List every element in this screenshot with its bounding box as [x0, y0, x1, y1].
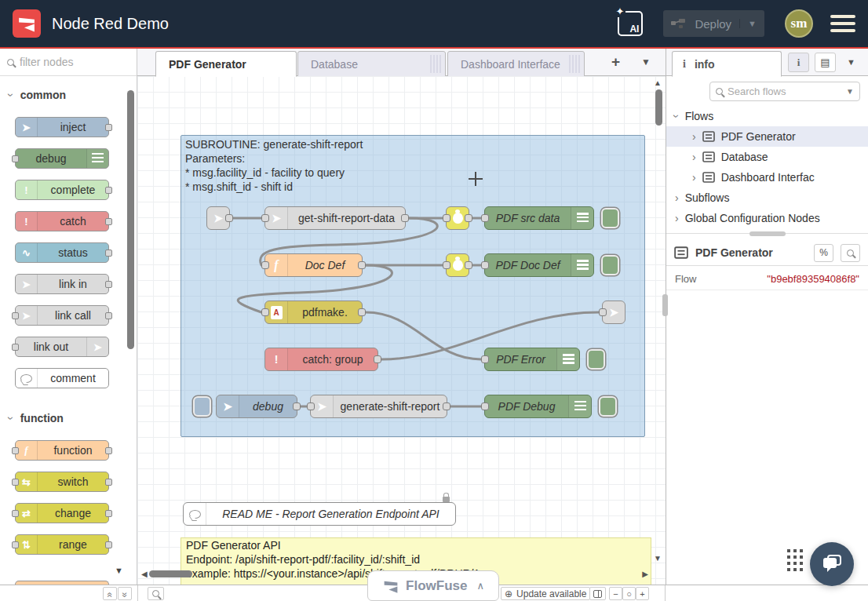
- input-port[interactable]: [443, 261, 450, 269]
- input-port[interactable]: [261, 308, 269, 316]
- search-caret-icon[interactable]: ▼: [846, 87, 854, 96]
- canvas-scroll-left-icon[interactable]: ◀: [141, 570, 148, 578]
- input-port[interactable]: [443, 214, 450, 222]
- tree-item-dashboard-interface[interactable]: › Dashboard Interfac: [666, 167, 868, 188]
- input-port[interactable]: [12, 510, 19, 517]
- node-pdf-src-data[interactable]: PDF src data: [484, 206, 594, 230]
- main-menu-button[interactable]: [830, 15, 855, 32]
- canvas-vertical-scrollbar[interactable]: [655, 89, 662, 126]
- palette-node-status[interactable]: ∿ status: [15, 242, 109, 263]
- palette-scrollbar[interactable]: [127, 90, 134, 349]
- output-port[interactable]: [105, 510, 112, 517]
- splitter-grip[interactable]: [749, 231, 786, 236]
- palette-category-common[interactable]: › common: [0, 76, 137, 106]
- navigator-button[interactable]: [589, 587, 606, 600]
- output-port[interactable]: [105, 447, 112, 454]
- flowfuse-badge[interactable]: FlowFuse ∧: [367, 570, 499, 601]
- canvas-scroll-right-icon[interactable]: ▶: [642, 570, 648, 578]
- palette-node-complete[interactable]: ! complete: [15, 180, 109, 200]
- output-port[interactable]: [105, 187, 112, 194]
- tree-global-config[interactable]: › Global Configuration Nodes: [666, 208, 868, 228]
- node-link-out[interactable]: ➤: [602, 300, 625, 324]
- input-port[interactable]: [481, 261, 489, 269]
- flow-list-caret-icon[interactable]: ▼: [641, 56, 651, 67]
- input-port[interactable]: [12, 312, 19, 319]
- tab-dashboard-interface[interactable]: Dashboard Interface: [447, 51, 585, 77]
- palette-node-range[interactable]: ⇅ range: [15, 534, 109, 555]
- palette-node-link-out[interactable]: link out ➤: [15, 337, 109, 357]
- deploy-button[interactable]: Deploy ▼: [663, 10, 764, 37]
- input-port[interactable]: [12, 479, 19, 486]
- node-pdf-error[interactable]: PDF Error: [484, 348, 580, 371]
- update-available-button[interactable]: ⊕ Update available: [501, 587, 590, 600]
- output-port[interactable]: [465, 261, 472, 269]
- palette-node-switch[interactable]: ⇆ switch: [15, 472, 109, 492]
- zoom-out-button[interactable]: −: [609, 587, 622, 600]
- output-port[interactable]: [401, 214, 409, 222]
- input-port[interactable]: [599, 308, 607, 316]
- zoom-reset-button[interactable]: ○: [622, 587, 636, 600]
- palette-node-link-in[interactable]: ➤ link in: [15, 274, 109, 294]
- deploy-caret-icon[interactable]: ▼: [739, 19, 757, 28]
- input-port[interactable]: [12, 447, 19, 454]
- sidebar-menu-caret-icon[interactable]: ▼: [847, 57, 855, 67]
- node-doc-def[interactable]: f Doc Def: [264, 253, 363, 277]
- output-port[interactable]: [443, 402, 450, 410]
- output-port[interactable]: [465, 214, 472, 222]
- output-port[interactable]: [105, 541, 112, 548]
- palette-node-change[interactable]: ⇄ change: [15, 503, 109, 523]
- node-pdfmake[interactable]: A pdfmake.: [264, 300, 363, 324]
- detail-value[interactable]: "b9ebf893594086f8": [741, 266, 868, 290]
- expand-all-button[interactable]: »: [118, 587, 132, 600]
- palette-node-comment[interactable]: comment: [15, 368, 109, 388]
- node-generate-shift-report[interactable]: ➤ generate-shift-report: [310, 395, 447, 418]
- palette-node-inject[interactable]: ➤ inject: [15, 117, 109, 137]
- flow-canvas[interactable]: SUBROUTINE: generate-shift-report Parame…: [137, 76, 666, 585]
- chat-button[interactable]: [810, 542, 854, 586]
- tab-pdf-generator[interactable]: PDF Generator: [155, 51, 297, 77]
- filter-nodes-input[interactable]: [20, 56, 122, 68]
- node-pdf-doc-def[interactable]: PDF Doc Def: [484, 253, 594, 277]
- tree-flows[interactable]: › Flows: [666, 106, 868, 126]
- palette-category-function[interactable]: › function: [0, 399, 137, 429]
- input-port[interactable]: [12, 155, 19, 162]
- help-panel-button[interactable]: ▤: [815, 53, 836, 72]
- node-readme-comment[interactable]: READ ME - Report Generation Endpoint API: [183, 502, 456, 526]
- collapse-all-button[interactable]: «: [103, 587, 117, 600]
- palette-node-catch[interactable]: ! catch: [15, 211, 109, 231]
- output-port[interactable]: [358, 261, 366, 269]
- add-flow-button[interactable]: +: [611, 53, 620, 71]
- input-port[interactable]: [261, 261, 269, 269]
- node-catch-group[interactable]: ! catch: group: [264, 348, 378, 371]
- tree-item-database[interactable]: › Database: [666, 147, 868, 167]
- input-port[interactable]: [307, 402, 315, 410]
- collapse-caret-icon[interactable]: ∧: [476, 580, 484, 592]
- output-port[interactable]: [293, 402, 301, 410]
- inject-button[interactable]: [193, 396, 211, 417]
- zoom-in-button[interactable]: +: [636, 587, 649, 600]
- search-flows-footer-button[interactable]: [148, 587, 164, 600]
- node-debug-bug-1[interactable]: [446, 206, 469, 230]
- output-port[interactable]: [105, 218, 112, 225]
- copy-link-button[interactable]: %: [814, 244, 833, 262]
- output-port[interactable]: [105, 281, 112, 288]
- search-flows-input[interactable]: [728, 86, 830, 97]
- canvas-scroll-down-icon[interactable]: ▼: [654, 554, 662, 563]
- node-debug-bug-2[interactable]: [446, 253, 469, 277]
- output-port[interactable]: [225, 214, 233, 222]
- output-port[interactable]: [105, 250, 112, 257]
- tab-database[interactable]: Database: [297, 51, 446, 77]
- input-port[interactable]: [261, 214, 269, 222]
- debug-toggle-button[interactable]: [587, 349, 605, 370]
- debug-toggle-button[interactable]: [601, 208, 619, 228]
- ai-assistant-button[interactable]: ✦ AI: [618, 11, 643, 36]
- user-avatar[interactable]: sm: [785, 9, 813, 38]
- palette-node-debug[interactable]: debug: [15, 148, 109, 169]
- tree-subflows[interactable]: › Subflows: [666, 188, 868, 208]
- palette-node-link-call[interactable]: ➤ link call: [15, 305, 109, 326]
- palette-scroll-down-icon[interactable]: ▼: [115, 566, 123, 575]
- sidebar-splitter-handle[interactable]: [662, 294, 668, 316]
- canvas-horizontal-scrollbar[interactable]: [149, 570, 192, 577]
- output-port[interactable]: [105, 312, 112, 319]
- node-debug-inject[interactable]: ➤ debug: [216, 395, 297, 418]
